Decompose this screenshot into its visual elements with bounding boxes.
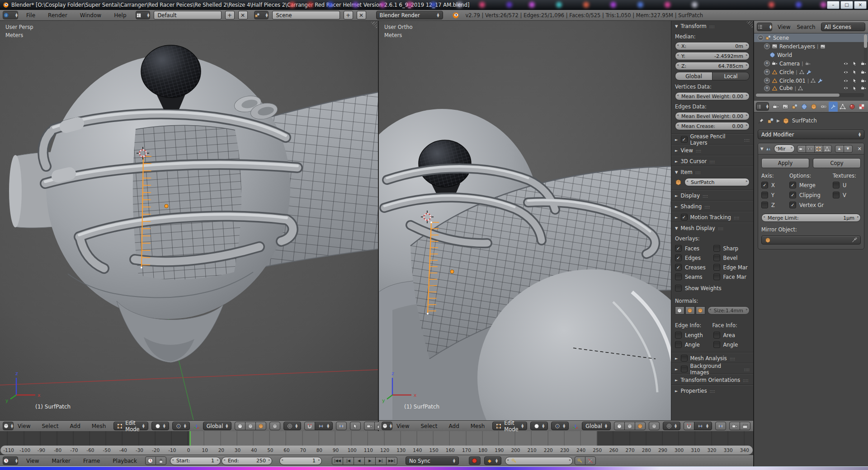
- snap-element-dropdown[interactable]: [694, 422, 712, 430]
- jump-to-end-button[interactable]: ▶▶|: [386, 457, 397, 465]
- play-button[interactable]: ▶: [364, 457, 376, 465]
- add-modifier-dropdown[interactable]: Add Modifier: [758, 130, 864, 139]
- outliner-row-world[interactable]: World: [754, 51, 868, 59]
- menu-render[interactable]: Render: [47, 12, 68, 19]
- vertex-normals-toggle[interactable]: [675, 306, 684, 315]
- 3d-viewport-right[interactable]: z x y User Ortho Meters (1) SurfPatch: [379, 21, 671, 420]
- expand-icon[interactable]: +: [764, 78, 770, 84]
- av-sync-dropdown[interactable]: No Sync: [406, 456, 459, 465]
- face-select-button[interactable]: [635, 422, 646, 430]
- overlay-edges[interactable]: Edges: [675, 254, 712, 261]
- tab-material[interactable]: [848, 102, 857, 112]
- outliner-row-renderlayers[interactable]: + RenderLayers |: [754, 42, 868, 51]
- timeline-track[interactable]: -110-100-90-80-70-60-50-40-30-20-1001020…: [0, 431, 753, 455]
- current-frame-field[interactable]: 1: [279, 457, 322, 465]
- mesh-analysis-panel-header[interactable]: ►Mesh Analysis: [671, 352, 753, 363]
- median-y-field[interactable]: Y:-2.4592mm: [675, 52, 750, 60]
- tab-render-layers[interactable]: [781, 102, 790, 112]
- overlay-creases[interactable]: Creases: [675, 264, 712, 271]
- active-keying-set-field[interactable]: [505, 457, 573, 465]
- renderable-camera-icon[interactable]: [861, 70, 866, 75]
- tab-world[interactable]: [800, 102, 809, 112]
- viewport-shading-dropdown[interactable]: [151, 422, 169, 430]
- renderable-camera-icon[interactable]: [861, 78, 866, 84]
- vertex-groups-checkbox[interactable]: Vertex Gr: [789, 202, 833, 208]
- keying-set-dropdown[interactable]: ◆: [484, 456, 501, 465]
- proportional-edit-dropdown[interactable]: [283, 422, 301, 430]
- editor-type-info-button[interactable]: [3, 11, 18, 19]
- normals-size-field[interactable]: Size:1.4mm: [708, 306, 750, 315]
- texture-v-checkbox[interactable]: V: [833, 192, 861, 198]
- outliner-row-camera[interactable]: + Camera |: [754, 59, 868, 68]
- limit-to-visible-button[interactable]: [649, 422, 660, 430]
- axis-y-checkbox[interactable]: Y: [761, 192, 789, 198]
- selectable-cursor-icon[interactable]: [852, 78, 857, 83]
- texture-u-checkbox[interactable]: U: [833, 182, 861, 188]
- mesh-analysis-checkbox[interactable]: [681, 355, 688, 362]
- jump-to-start-button[interactable]: |◀◀: [332, 457, 343, 465]
- merge-limit-field[interactable]: Merge Limit:1µm: [761, 214, 861, 222]
- menu-file[interactable]: File: [25, 12, 36, 19]
- select-mode-buttons[interactable]: [614, 422, 646, 430]
- auto-keyframe-record-button[interactable]: [469, 456, 481, 465]
- item-panel-header[interactable]: ▼Item: [671, 166, 753, 177]
- grease-pencil-panel-header[interactable]: ►Grease Pencil Layers: [671, 134, 753, 145]
- menu-window[interactable]: Window: [79, 12, 102, 19]
- pivot-point-dropdown[interactable]: [551, 422, 569, 430]
- clipping-checkbox[interactable]: Clipping: [789, 192, 833, 198]
- editmode-display-toggle[interactable]: [814, 145, 823, 153]
- modifier-header[interactable]: ▼ Mir ▲ ▼ ✕: [758, 143, 864, 155]
- global-toggle[interactable]: Global: [675, 72, 712, 80]
- properties-panel-header[interactable]: ►Properties: [671, 385, 753, 396]
- pin-icon[interactable]: [758, 118, 764, 124]
- on-cage-toggle[interactable]: [823, 145, 832, 153]
- snap-buttons[interactable]: [304, 422, 333, 430]
- frame-end-field[interactable]: End:250: [222, 457, 272, 465]
- grease-pencil-checkbox[interactable]: [681, 136, 688, 143]
- editor-type-button[interactable]: [3, 456, 18, 465]
- visibility-eye-icon[interactable]: [843, 78, 849, 84]
- axis-z-checkbox[interactable]: Z: [761, 202, 789, 208]
- play-reverse-button[interactable]: ◀: [354, 457, 365, 465]
- tab-texture[interactable]: [857, 102, 866, 112]
- mode-dropdown[interactable]: Edit Mode: [492, 422, 527, 430]
- transform-orientations-panel-header[interactable]: ►Transform Orientations: [671, 374, 753, 385]
- menu-frame[interactable]: Frame: [82, 458, 101, 464]
- outliner-row-circle[interactable]: + Circle |: [754, 68, 868, 76]
- motion-tracking-checkbox[interactable]: [681, 214, 688, 221]
- view-panel-header[interactable]: ►View: [671, 145, 753, 155]
- snap-magnet-button[interactable]: [304, 422, 315, 430]
- snap-element-dropdown[interactable]: [315, 422, 333, 430]
- menu-view[interactable]: View: [25, 458, 40, 464]
- loop-normals-toggle[interactable]: [685, 306, 695, 315]
- menu-add[interactable]: Add: [448, 423, 460, 429]
- scene-field[interactable]: Scene: [272, 11, 340, 19]
- opengl-render-anim-button[interactable]: [740, 422, 750, 430]
- editor-type-button[interactable]: [756, 102, 769, 111]
- show-seconds-button[interactable]: [145, 456, 156, 465]
- mean-crease-field[interactable]: Mean Crease:0.00: [675, 122, 750, 130]
- tab-modifiers[interactable]: [829, 102, 838, 112]
- editor-type-button[interactable]: [3, 422, 14, 430]
- mirror-object-field[interactable]: [761, 235, 861, 244]
- minimize-button[interactable]: –: [827, 1, 840, 9]
- outliner-vscrollbar[interactable]: [864, 34, 867, 63]
- add-layout-button[interactable]: +: [225, 11, 235, 19]
- menu-playback[interactable]: Playback: [112, 458, 138, 464]
- visibility-eye-icon[interactable]: [843, 70, 849, 75]
- visibility-eye-icon[interactable]: [843, 61, 849, 66]
- overlay-sharp[interactable]: Sharp: [713, 245, 750, 252]
- scene-icon-button[interactable]: [254, 11, 269, 19]
- delete-layout-button[interactable]: ✕: [238, 11, 248, 19]
- render-buttons[interactable]: [729, 422, 750, 430]
- maximize-button[interactable]: □: [840, 1, 853, 9]
- outliner-row-circle001[interactable]: + Circle.001 |: [754, 76, 868, 85]
- editor-type-button[interactable]: [382, 422, 392, 430]
- delete-keyframe-button[interactable]: [585, 456, 596, 465]
- overlay-face-marks[interactable]: Face Mar: [713, 273, 750, 280]
- move-modifier-up-button[interactable]: ▲: [835, 145, 844, 153]
- snap-magnet-button[interactable]: [684, 422, 694, 430]
- display-panel-header[interactable]: ►Display: [671, 190, 753, 201]
- modifier-name-field[interactable]: Mir: [774, 145, 795, 153]
- menu-view[interactable]: View: [396, 423, 410, 429]
